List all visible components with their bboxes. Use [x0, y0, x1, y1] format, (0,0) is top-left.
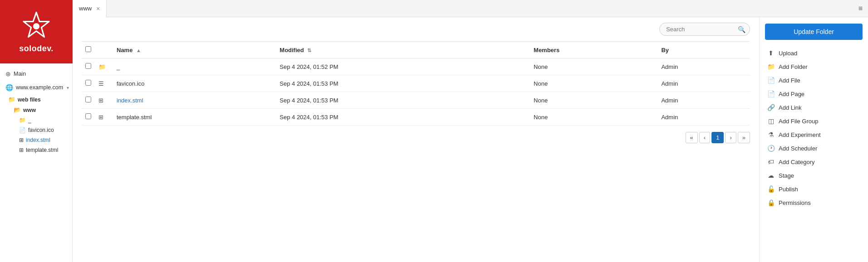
- row-checkbox-cell[interactable]: [82, 58, 95, 75]
- pagination-current[interactable]: 1: [711, 132, 724, 143]
- main-content: www × ≡ 🔍: [73, 0, 868, 262]
- action-item-add-link[interactable]: 🔗 Add Link: [765, 101, 863, 114]
- folder-open-icon-www: 📂: [14, 107, 21, 113]
- tab-www[interactable]: www ×: [73, 0, 107, 17]
- cloud-upload-icon: ☁: [767, 172, 775, 179]
- file-table: Name ▲ Modified ⇅ Members By: [82, 41, 750, 126]
- file-plus-icon: 📄: [767, 77, 775, 84]
- col-modified-label: Modified: [280, 47, 304, 53]
- action-label-add-file-group: Add File Group: [779, 118, 818, 125]
- sort-modified-icon: ⇅: [307, 48, 311, 53]
- sidebar-item-domain[interactable]: 🌐 www.example.com ▾: [0, 81, 72, 94]
- pagination-next[interactable]: ›: [725, 132, 736, 143]
- tree-www[interactable]: 📂 www: [0, 105, 72, 115]
- table-header-row: Name ▲ Modified ⇅ Members By: [82, 42, 750, 58]
- row-icon-cell: ⊞: [95, 92, 113, 109]
- main-icon: ⊕: [5, 70, 11, 78]
- index-label: index.stml: [26, 137, 50, 143]
- select-all-header[interactable]: [82, 42, 95, 58]
- select-all-checkbox[interactable]: [85, 46, 91, 52]
- action-label-add-experiment: Add Experiment: [779, 131, 821, 138]
- logo[interactable]: solodev.: [0, 0, 73, 63]
- row-checkbox-cell[interactable]: [82, 92, 95, 109]
- tree-template[interactable]: ⊞ template.stml: [0, 145, 72, 155]
- search-button[interactable]: 🔍: [738, 26, 745, 33]
- action-item-add-category[interactable]: 🏷 Add Category: [765, 155, 863, 169]
- action-item-add-file[interactable]: 📄 Add File: [765, 73, 863, 87]
- action-item-permissions[interactable]: 🔒 Permissions: [765, 196, 863, 209]
- col-name-label: Name: [117, 47, 132, 53]
- row-name-cell[interactable]: favicon.ico: [113, 75, 276, 92]
- dash-label: _: [28, 117, 31, 123]
- row-name: favicon.ico: [117, 80, 144, 87]
- tab-close-icon[interactable]: ×: [96, 5, 100, 12]
- row-by-cell: Admin: [657, 109, 750, 126]
- clock-icon: 🕐: [767, 145, 775, 152]
- tab-label: www: [79, 5, 92, 12]
- sidebar-item-main[interactable]: ⊕ Main: [0, 67, 72, 81]
- col-header-icon: [95, 42, 113, 58]
- update-folder-button[interactable]: Update Folder: [765, 24, 863, 40]
- action-item-add-file-group[interactable]: ◫ Add File Group: [765, 114, 863, 128]
- hamburger-menu-icon[interactable]: ≡: [853, 5, 868, 13]
- row-name[interactable]: index.stml: [117, 97, 143, 104]
- row-members-cell: None: [530, 58, 657, 75]
- action-label-add-file: Add File: [779, 77, 800, 84]
- row-checkbox-row-dash[interactable]: [85, 63, 91, 69]
- action-item-upload[interactable]: ⬆ Upload: [765, 46, 863, 60]
- file-icon-index: ⊞: [19, 137, 24, 143]
- row-checkbox-cell[interactable]: [82, 109, 95, 126]
- sidebar-domain-label: www.example.com: [16, 84, 63, 91]
- www-label: www: [23, 107, 36, 113]
- row-by-cell: Admin: [657, 58, 750, 75]
- row-name-cell[interactable]: index.stml: [113, 92, 276, 109]
- row-name: _: [117, 63, 120, 70]
- col-header-by: By: [657, 42, 750, 58]
- tree-web-files[interactable]: 📁 web files: [0, 94, 72, 105]
- col-members-label: Members: [534, 47, 559, 53]
- row-modified-cell: Sep 4 2024, 01:52 PM: [276, 58, 530, 75]
- action-item-publish[interactable]: 🔓 Publish: [765, 182, 863, 196]
- action-item-add-page[interactable]: 📄 Add Page: [765, 87, 863, 101]
- col-by-label: By: [661, 47, 669, 53]
- action-label-publish: Publish: [779, 186, 798, 193]
- sidebar-nav: ⊕ Main 🌐 www.example.com ▾ 📁 web files 📂…: [0, 63, 72, 262]
- table-row: ⊞ template.stml Sep 4 2024, 01:53 PM Non…: [82, 109, 750, 126]
- row-icon-cell: ⊞: [95, 109, 113, 126]
- row-name-cell[interactable]: template.stml: [113, 109, 276, 126]
- logo-icon: [20, 10, 52, 42]
- row-name-cell[interactable]: _: [113, 58, 276, 75]
- tree-favicon[interactable]: 📄 favicon.ico: [0, 125, 72, 135]
- action-item-stage[interactable]: ☁ Stage: [765, 169, 863, 182]
- row-icon-cell: 📁: [95, 58, 113, 75]
- file-table-area: 🔍 Name ▲ Modi: [73, 17, 759, 262]
- pagination: « ‹ 1 › »: [82, 126, 750, 150]
- row-by-cell: Admin: [657, 92, 750, 109]
- tree-index[interactable]: ⊞ index.stml: [0, 135, 72, 145]
- tree-dash[interactable]: 📁 _: [0, 115, 72, 125]
- action-item-add-experiment[interactable]: ⚗ Add Experiment: [765, 128, 863, 141]
- row-members-cell: None: [530, 92, 657, 109]
- col-header-name[interactable]: Name ▲: [113, 42, 276, 58]
- action-item-add-scheduler[interactable]: 🕐 Add Scheduler: [765, 141, 863, 155]
- layers-icon: ◫: [767, 117, 775, 125]
- folder-plus-icon: 📁: [767, 63, 775, 70]
- experiment-icon: ⚗: [767, 131, 775, 138]
- pagination-first[interactable]: «: [686, 132, 698, 143]
- table-row: 📁 _ Sep 4 2024, 01:52 PM None Admin: [82, 58, 750, 75]
- row-checkbox-row-template[interactable]: [85, 113, 91, 119]
- pagination-last[interactable]: »: [738, 132, 750, 143]
- file-page-icon: 📄: [767, 90, 775, 97]
- row-checkbox-cell[interactable]: [82, 75, 95, 92]
- row-checkbox-row-index[interactable]: [85, 97, 91, 102]
- action-label-upload: Upload: [779, 50, 797, 57]
- template-label: template.stml: [26, 147, 58, 153]
- action-item-add-folder[interactable]: 📁 Add Folder: [765, 60, 863, 73]
- row-checkbox-row-favicon[interactable]: [85, 80, 91, 86]
- col-header-modified[interactable]: Modified ⇅: [276, 42, 530, 58]
- pagination-prev[interactable]: ‹: [699, 132, 710, 143]
- action-label-add-page: Add Page: [779, 91, 804, 97]
- search-input[interactable]: [659, 23, 750, 36]
- favicon-label: favicon.ico: [28, 127, 54, 133]
- search-bar-area: 🔍: [82, 17, 750, 41]
